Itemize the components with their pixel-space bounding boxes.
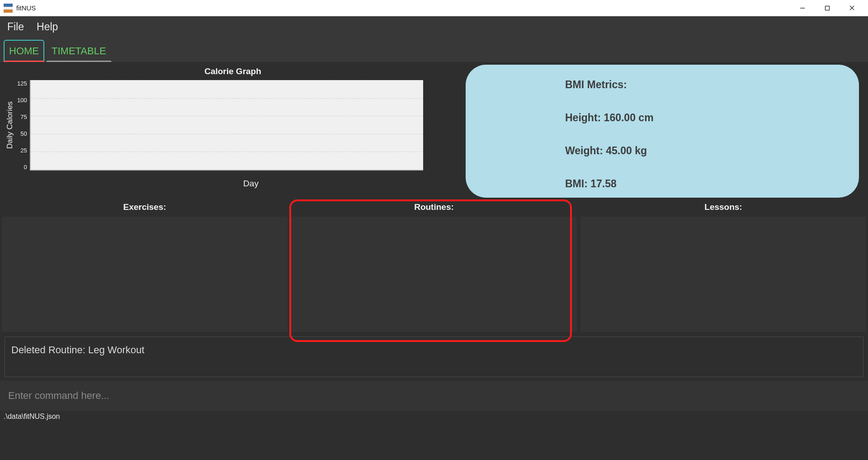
menu-file[interactable]: File: [7, 21, 24, 33]
exercises-list[interactable]: [2, 217, 288, 332]
message-text: Deleted Routine: Leg Workout: [11, 344, 144, 356]
ytick: 100: [17, 97, 27, 104]
ytick: 50: [20, 130, 27, 137]
ytick: 0: [24, 164, 27, 171]
close-button[interactable]: [840, 0, 864, 16]
bmi-title: BMI Metrics:: [565, 79, 832, 91]
bmi-panel: BMI Metrics: Height: 160.00 cm Weight: 4…: [466, 65, 859, 198]
chart-x-axis-label: Day: [40, 179, 462, 189]
routines-header: Routines:: [289, 199, 579, 217]
chart-plot-area: [30, 80, 423, 171]
tab-home[interactable]: HOME: [4, 40, 44, 62]
ytick: 25: [20, 147, 27, 154]
maximize-button[interactable]: [815, 0, 840, 16]
tab-timetable[interactable]: TIMETABLE: [46, 40, 112, 62]
routines-column: Routines:: [289, 199, 579, 332]
app-icon: [4, 4, 13, 13]
status-bar: .\data\fitNUS.json: [0, 411, 868, 422]
calorie-chart-panel: Calorie Graph Daily Calories 125 100 75 …: [0, 62, 466, 198]
command-input[interactable]: [8, 390, 860, 402]
chart-y-axis-label: Daily Calories: [4, 80, 16, 171]
tab-bar: HOME TIMETABLE: [0, 37, 868, 62]
bmi-height: Height: 160.00 cm: [565, 112, 832, 124]
exercises-header: Exercises:: [0, 199, 289, 217]
lessons-header: Lessons:: [579, 199, 868, 217]
minimize-button[interactable]: [790, 0, 815, 16]
chart-title: Calorie Graph: [4, 66, 462, 76]
lessons-list[interactable]: [580, 217, 866, 332]
menu-bar: File Help: [0, 16, 868, 37]
ytick: 125: [17, 80, 27, 87]
lessons-column: Lessons:: [579, 199, 868, 332]
bmi-value: BMI: 17.58: [565, 178, 832, 190]
menu-help[interactable]: Help: [37, 21, 58, 33]
exercises-column: Exercises:: [0, 199, 289, 332]
bmi-weight: Weight: 45.00 kg: [565, 145, 832, 157]
routines-list[interactable]: [291, 217, 577, 332]
command-bar: [0, 381, 868, 411]
titlebar: fitNUS: [0, 0, 868, 16]
ytick: 75: [20, 114, 27, 120]
window-title: fitNUS: [16, 4, 36, 12]
chart-y-axis-ticks: 125 100 75 50 25 0: [16, 80, 30, 171]
message-panel: Deleted Routine: Leg Workout: [5, 337, 863, 377]
svg-rect-1: [825, 6, 829, 10]
